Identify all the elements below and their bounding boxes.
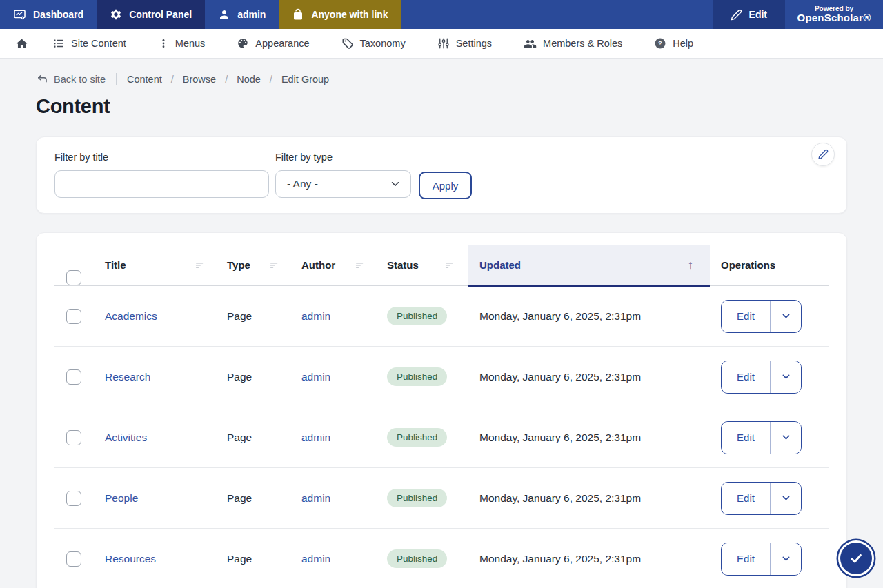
status-badge: Published (387, 489, 447, 507)
nav-item-appearance[interactable]: Appearance (221, 37, 325, 50)
content-title-link[interactable]: Research (105, 371, 150, 383)
row-checkbox[interactable] (66, 430, 81, 445)
filter-title-group: Filter by title (54, 152, 269, 198)
column-header-operations: Operations (710, 245, 829, 285)
breadcrumb-separator: / (270, 74, 272, 85)
content-type: Page (227, 492, 252, 505)
topbar-edit-button[interactable]: Edit (713, 0, 785, 29)
topbar-item-admin-user[interactable]: admin (205, 0, 279, 29)
nav-item-label: Appearance (255, 38, 309, 49)
row-checkbox[interactable] (66, 309, 81, 324)
operations-dropdown-toggle[interactable] (771, 301, 801, 332)
chevron-down-icon (781, 372, 791, 382)
edit-button[interactable]: Edit (722, 301, 771, 332)
author-link[interactable]: admin (301, 310, 330, 323)
nav-item-label: Site Content (71, 38, 126, 49)
topbar-item-dashboard[interactable]: Dashboard (0, 0, 97, 29)
nav-item-settings[interactable]: Settings (421, 37, 508, 50)
list-icon (52, 37, 65, 50)
nav-item-site-content[interactable]: Site Content (37, 37, 142, 50)
nav-item-menus[interactable]: Menus (142, 38, 221, 49)
breadcrumb-item-browse[interactable]: Browse (183, 74, 216, 85)
powered-by-openscholar: Powered by OpenScholar® (785, 0, 883, 29)
breadcrumb-item-content[interactable]: Content (127, 74, 162, 85)
updated-date: Monday, January 6, 2025, 2:31pm (479, 432, 641, 444)
filter-edit-button[interactable] (811, 143, 835, 166)
updated-date: Monday, January 6, 2025, 2:31pm (479, 371, 641, 383)
operations-split-button: Edit (721, 421, 802, 454)
chevron-down-icon (781, 311, 791, 321)
confirm-fab-button[interactable] (840, 543, 872, 574)
status-badge: Published (387, 367, 447, 386)
column-header-updated[interactable]: Updated ↑ (468, 245, 710, 285)
back-to-site-link[interactable]: Back to site (36, 73, 106, 85)
topbar-item-share-visibility[interactable]: Anyone with link (279, 0, 401, 29)
topbar-item-label: admin (237, 9, 266, 20)
breadcrumb-item-edit-group[interactable]: Edit Group (281, 74, 329, 85)
column-header-author[interactable]: Author (301, 245, 387, 285)
content-title-link[interactable]: Resources (105, 553, 156, 565)
edit-button[interactable]: Edit (722, 361, 771, 393)
breadcrumb-separator: / (225, 74, 228, 85)
content-type: Page (227, 310, 252, 323)
author-link[interactable]: admin (301, 432, 330, 444)
unlock-icon (292, 8, 304, 21)
topbar-item-label: Dashboard (33, 9, 83, 20)
operations-dropdown-toggle[interactable] (771, 361, 801, 393)
status-badge: Published (387, 307, 447, 325)
sort-ascending-icon: ↑ (688, 258, 694, 272)
filter-type-select[interactable]: - Any - (275, 170, 411, 198)
edit-button[interactable]: Edit (722, 483, 771, 514)
operations-split-button: Edit (721, 300, 802, 333)
main-content: Back to site Content / Browse / Node / E… (0, 73, 883, 588)
column-header-status[interactable]: Status (387, 245, 468, 285)
author-link[interactable]: admin (301, 371, 330, 383)
user-icon (218, 8, 230, 21)
author-link[interactable]: admin (301, 553, 330, 565)
users-group-icon (524, 37, 537, 50)
column-label: Author (301, 259, 335, 271)
updated-date: Monday, January 6, 2025, 2:31pm (479, 310, 641, 323)
filter-title-input[interactable] (54, 170, 269, 198)
pencil-icon (817, 149, 829, 160)
row-checkbox[interactable] (66, 369, 81, 385)
select-all-checkbox[interactable] (66, 270, 81, 285)
operations-dropdown-toggle[interactable] (771, 483, 801, 514)
nav-item-home[interactable] (7, 37, 37, 50)
nav-item-help[interactable]: ? Help (638, 37, 709, 50)
operations-dropdown-toggle[interactable] (771, 422, 801, 454)
topbar-item-label: Anyone with link (311, 9, 388, 20)
chevron-down-icon (781, 432, 791, 443)
breadcrumb-item-node[interactable]: Node (237, 74, 261, 85)
edit-button[interactable]: Edit (722, 543, 771, 575)
powered-by-line2: OpenScholar® (797, 12, 871, 24)
nav-item-label: Members & Roles (543, 38, 622, 49)
row-checkbox[interactable] (66, 491, 81, 506)
table-row: Research Page admin Published Monday, Ja… (54, 347, 829, 407)
filter-type-label: Filter by type (275, 152, 411, 163)
page-title: Content (36, 95, 847, 118)
apply-button[interactable]: Apply (419, 172, 472, 199)
breadcrumb-divider (116, 73, 117, 85)
nav-item-taxonomy[interactable]: Taxonomy (326, 37, 421, 50)
home-icon (15, 37, 28, 50)
row-checkbox[interactable] (66, 551, 81, 567)
operations-split-button: Edit (721, 543, 802, 576)
column-header-type[interactable]: Type (227, 245, 301, 285)
content-title-link[interactable]: Activities (105, 432, 147, 444)
svg-text:?: ? (658, 39, 662, 47)
content-title-link[interactable]: People (105, 492, 138, 505)
topbar-edit-label: Edit (749, 9, 767, 20)
nav-item-members-roles[interactable]: Members & Roles (508, 37, 638, 50)
help-icon: ? (654, 37, 666, 50)
column-label: Title (105, 259, 126, 271)
operations-dropdown-toggle[interactable] (771, 543, 801, 575)
author-link[interactable]: admin (301, 492, 330, 505)
column-label: Type (227, 259, 250, 271)
column-header-title[interactable]: Title (105, 245, 227, 285)
topbar-item-control-panel[interactable]: Control Panel (97, 0, 205, 29)
content-title-link[interactable]: Academics (105, 310, 157, 323)
edit-button[interactable]: Edit (722, 422, 771, 454)
sort-icon (355, 261, 365, 270)
topbar-item-label: Control Panel (129, 9, 192, 20)
